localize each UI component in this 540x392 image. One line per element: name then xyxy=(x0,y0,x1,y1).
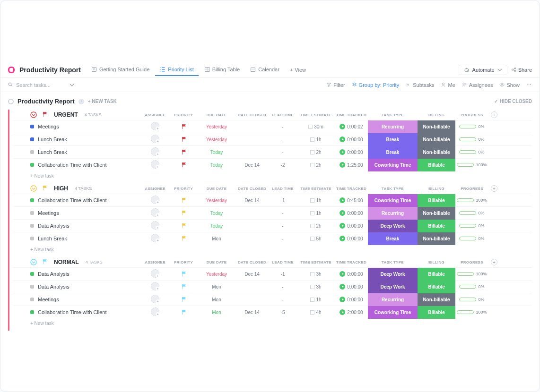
estimate-cell[interactable]: 4h xyxy=(297,310,335,315)
task-name[interactable]: Meetings xyxy=(38,210,59,216)
task-name[interactable]: Collaboration Time with Client xyxy=(38,309,107,315)
tab-getting-started[interactable]: Getting Started Guide xyxy=(87,64,154,76)
estimate-cell[interactable]: 30m xyxy=(297,124,335,129)
col-dateclosed[interactable]: DATE CLOSED xyxy=(235,187,269,191)
billing-cell[interactable]: Billable xyxy=(418,306,455,319)
new-task-row[interactable]: + New task xyxy=(13,318,532,331)
play-icon[interactable] xyxy=(340,124,345,129)
estimate-cell[interactable]: 1h xyxy=(297,137,335,142)
col-progress[interactable]: PROGRESS xyxy=(455,113,488,117)
play-icon[interactable] xyxy=(340,297,345,302)
chevron-down-icon[interactable] xyxy=(70,84,74,86)
progress-cell[interactable]: 100% xyxy=(455,198,488,203)
progress-cell[interactable]: 0% xyxy=(455,124,488,129)
task-row[interactable]: Data Analysis Yesterday Dec 14 -1 3h 0:0… xyxy=(13,267,532,280)
tracked-cell[interactable]: 0:00:00 xyxy=(335,149,368,155)
play-icon[interactable] xyxy=(340,197,345,203)
task-name[interactable]: Data Analysis xyxy=(38,284,70,290)
duedate-cell[interactable]: Yesterday xyxy=(198,124,235,129)
tracked-cell[interactable]: 0:00:00 xyxy=(335,210,368,216)
tracked-cell[interactable]: 2:00:00 xyxy=(335,309,368,315)
duedate-cell[interactable]: Yesterday xyxy=(198,272,235,277)
estimate-cell[interactable]: 1h xyxy=(297,198,335,203)
assignees-button[interactable]: Assignees xyxy=(462,82,493,88)
play-icon[interactable] xyxy=(340,309,345,315)
col-progress[interactable]: PROGRESS xyxy=(455,260,488,264)
billing-cell[interactable]: Non-billable xyxy=(418,133,455,146)
status-square[interactable] xyxy=(30,137,34,141)
add-view-button[interactable]: + View xyxy=(285,67,311,73)
priority-cell[interactable] xyxy=(169,136,198,142)
col-duedate[interactable]: DUE DATE xyxy=(198,260,235,264)
col-billing[interactable]: BILLING xyxy=(418,187,455,191)
add-assignee-icon[interactable] xyxy=(151,160,159,169)
status-square[interactable] xyxy=(30,237,34,240)
progress-cell[interactable]: 0% xyxy=(455,284,488,289)
col-priority[interactable]: PRIORITY xyxy=(169,260,198,264)
plus-circle-icon[interactable]: + xyxy=(491,259,497,265)
status-square[interactable] xyxy=(30,211,34,215)
billing-cell[interactable]: Non-billable xyxy=(418,146,455,159)
task-name[interactable]: Collaboration Time with Client xyxy=(38,197,107,203)
duedate-cell[interactable]: Mon xyxy=(198,236,235,241)
task-row[interactable]: Meetings Yesterday - 30m 0:00:02 Recurri… xyxy=(13,120,532,133)
status-square[interactable] xyxy=(30,272,34,276)
collapse-icon[interactable] xyxy=(30,185,37,192)
add-assignee-icon[interactable] xyxy=(151,147,159,156)
tracked-cell[interactable]: 0:00:00 xyxy=(335,136,368,142)
col-billing[interactable]: BILLING xyxy=(418,260,455,264)
task-row[interactable]: Collaboration Time with Client Mon Dec 1… xyxy=(13,306,532,318)
priority-cell[interactable] xyxy=(169,236,198,241)
duedate-cell[interactable]: Mon xyxy=(198,310,235,315)
task-name[interactable]: Data Analysis xyxy=(38,223,70,229)
estimate-cell[interactable]: 1h xyxy=(297,297,335,302)
task-name[interactable]: Lunch Break xyxy=(38,236,67,241)
tasktype-cell[interactable]: Break xyxy=(368,133,418,146)
task-name[interactable]: Data Analysis xyxy=(38,271,70,277)
assignee-cell[interactable] xyxy=(141,135,169,144)
more-icon[interactable]: ⋯ xyxy=(526,82,532,88)
tasktype-cell[interactable]: Deep Work xyxy=(368,220,418,232)
status-square[interactable] xyxy=(30,198,34,202)
billing-cell[interactable]: Non-billable xyxy=(418,120,455,133)
priority-cell[interactable] xyxy=(169,284,198,290)
duedate-cell[interactable]: Today xyxy=(198,150,235,155)
tasktype-cell[interactable]: Recurring xyxy=(368,207,418,220)
col-priority[interactable]: PRIORITY xyxy=(169,187,198,191)
billing-cell[interactable]: Non-billable xyxy=(418,207,455,220)
col-leadtime[interactable]: LEAD TIME xyxy=(269,187,297,191)
col-estimate[interactable]: TIME ESTIMATE xyxy=(297,187,335,191)
billing-cell[interactable]: Non-billable xyxy=(418,293,455,306)
duedate-cell[interactable]: Today xyxy=(198,223,235,229)
duedate-cell[interactable]: Today xyxy=(198,162,235,168)
progress-cell[interactable]: 0% xyxy=(455,211,488,215)
progress-cell[interactable]: 0% xyxy=(455,223,488,228)
col-dateclosed[interactable]: DATE CLOSED xyxy=(235,260,269,264)
status-square[interactable] xyxy=(30,224,34,228)
tasktype-cell[interactable]: Break xyxy=(368,146,418,159)
assignee-cell[interactable] xyxy=(141,122,169,131)
add-assignee-icon[interactable] xyxy=(151,295,159,303)
col-leadtime[interactable]: LEAD TIME xyxy=(269,113,297,117)
col-assignee[interactable]: ASSIGNEE xyxy=(141,113,169,117)
billing-cell[interactable]: Billable xyxy=(418,220,455,232)
progress-cell[interactable]: 0% xyxy=(455,137,488,142)
status-square[interactable] xyxy=(30,310,34,314)
play-icon[interactable] xyxy=(340,162,345,168)
estimate-cell[interactable]: 2h xyxy=(297,162,335,168)
assignee-cell[interactable] xyxy=(141,269,169,279)
add-assignee-icon[interactable] xyxy=(151,282,159,290)
col-tasktype[interactable]: TASK TYPE xyxy=(368,260,418,264)
tasktype-cell[interactable]: Deep Work xyxy=(368,281,418,293)
col-duedate[interactable]: DUE DATE xyxy=(198,187,235,191)
assignee-cell[interactable] xyxy=(141,208,169,218)
col-tasktype[interactable]: TASK TYPE xyxy=(368,113,418,117)
new-task-row[interactable]: + New task xyxy=(13,171,532,183)
priority-cell[interactable] xyxy=(169,271,198,277)
duedate-cell[interactable]: Today xyxy=(198,211,235,216)
tasktype-cell[interactable]: Coworking Time xyxy=(368,159,418,171)
tasktype-cell[interactable]: Break xyxy=(368,232,418,245)
col-progress[interactable]: PROGRESS xyxy=(455,187,488,191)
assignee-cell[interactable] xyxy=(141,147,169,157)
tasktype-cell[interactable]: Coworking Time xyxy=(368,306,418,319)
